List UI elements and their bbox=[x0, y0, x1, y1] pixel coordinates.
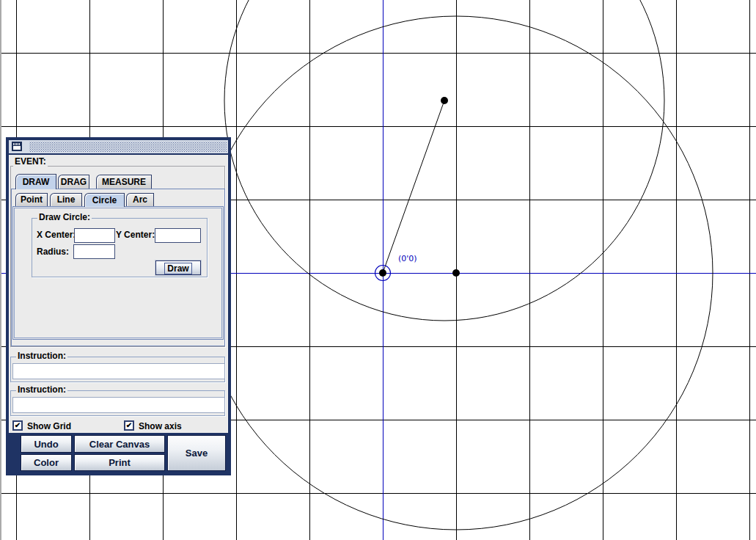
instruction-input-2[interactable] bbox=[12, 397, 225, 413]
draw-circle-group-label: Draw Circle: bbox=[37, 213, 92, 222]
titlebar-separator bbox=[9, 153, 228, 155]
tab-draw[interactable]: DRAW bbox=[15, 174, 56, 189]
y-center-label: Y Center: bbox=[116, 230, 155, 240]
app-window: (0'0) EVENT: DRAW DRAG MEASURE Point Lin… bbox=[0, 0, 756, 540]
tab-line[interactable]: Line bbox=[50, 193, 82, 206]
draw-button[interactable]: Draw bbox=[155, 260, 201, 275]
tab-drag[interactable]: DRAG bbox=[58, 175, 89, 189]
window-icon[interactable] bbox=[12, 142, 22, 151]
show-grid-checkbox[interactable]: ✔ bbox=[12, 420, 23, 431]
print-button[interactable]: Print bbox=[74, 454, 165, 471]
panel-titlebar[interactable] bbox=[9, 140, 228, 153]
x-center-label: X Center: bbox=[37, 230, 76, 240]
show-axis-checkbox[interactable]: ✔ bbox=[124, 420, 134, 431]
window-left-edge bbox=[0, 0, 1, 540]
event-group-label: EVENT: bbox=[13, 157, 48, 167]
color-button[interactable]: Color bbox=[21, 454, 72, 471]
check-icon: ✔ bbox=[14, 422, 21, 429]
tab-circle[interactable]: Circle bbox=[84, 193, 125, 207]
clear-canvas-button[interactable]: Clear Canvas bbox=[74, 435, 165, 453]
instruction-group-2-label: Instruction: bbox=[16, 385, 67, 395]
undo-button[interactable]: Undo bbox=[21, 435, 72, 453]
check-icon: ✔ bbox=[125, 422, 133, 429]
svg-text:(0'0): (0'0) bbox=[398, 254, 417, 263]
radius-input[interactable] bbox=[73, 244, 115, 259]
tab-arc[interactable]: Arc bbox=[126, 193, 154, 206]
x-center-input[interactable] bbox=[74, 228, 115, 243]
save-button[interactable]: Save bbox=[167, 435, 226, 471]
tool-panel: EVENT: DRAW DRAG MEASURE Point Line Circ… bbox=[6, 137, 231, 475]
instruction-input-1[interactable] bbox=[12, 363, 225, 379]
action-button-bar: Undo Clear Canvas Save Color Print bbox=[6, 433, 231, 475]
show-grid-label: Show Grid bbox=[27, 421, 71, 431]
tab-point[interactable]: Point bbox=[15, 193, 48, 206]
show-axis-label: Show axis bbox=[139, 421, 182, 431]
instruction-group-1-label: Instruction: bbox=[16, 351, 67, 361]
radius-label: Radius: bbox=[37, 247, 69, 257]
tab-measure[interactable]: MEASURE bbox=[96, 175, 152, 189]
y-center-input[interactable] bbox=[155, 228, 201, 243]
